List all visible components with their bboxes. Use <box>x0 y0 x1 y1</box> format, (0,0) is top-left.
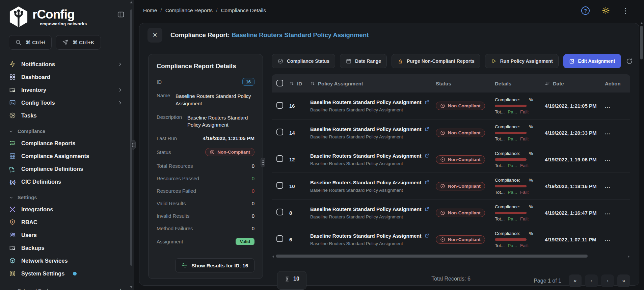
sidebar-resize-handle[interactable] <box>131 140 136 150</box>
sidebar-item-inventory[interactable]: Inventory <box>9 83 123 96</box>
braces-x-icon: {x} <box>9 179 16 185</box>
external-link-icon[interactable] <box>425 100 429 105</box>
details-cell: Compliance:% Tot... Pa... Fail: <box>495 151 545 168</box>
sidebar-item-compliance-reports[interactable]: Compliance Reports <box>9 137 123 150</box>
row-checkbox[interactable] <box>276 182 283 189</box>
sidebar-item-backups[interactable]: Backups <box>9 241 123 254</box>
last-page-button[interactable]: » <box>617 274 630 287</box>
row-actions-button[interactable]: ... <box>605 103 630 109</box>
sidebar-item-rbac[interactable]: RBAC <box>9 216 123 229</box>
theme-toggle-sun-icon[interactable] <box>602 6 610 15</box>
sidebar-collapse-icon[interactable] <box>117 11 125 18</box>
next-page-button[interactable]: › <box>601 274 614 287</box>
table-row: 12 Baseline Routers Standard Policy Assi… <box>272 146 630 173</box>
external-link-icon[interactable] <box>425 127 429 131</box>
close-panel-button[interactable]: ✕ <box>147 28 162 43</box>
details-cell: Compliance:% Tot... Pa... Fail: <box>495 204 545 221</box>
row-actions-button[interactable]: ... <box>605 130 630 136</box>
sidebar-item-integrations[interactable]: Integrations <box>9 203 123 216</box>
app-logo[interactable]: rConfig empowering networks <box>9 6 134 28</box>
policy-assignment-link[interactable]: Baseline Routers Standard Policy Assignm… <box>310 233 422 239</box>
sidebar-item-tasks[interactable]: Tasks <box>9 109 123 122</box>
page-size-selector[interactable]: 10 <box>277 271 306 290</box>
compliance-progress-bar <box>495 238 527 241</box>
external-link-icon[interactable] <box>425 180 429 185</box>
horizontal-scrollbar-thumb[interactable] <box>276 255 588 258</box>
topbar: Home / Compliance Reports / Compliance D… <box>134 0 644 21</box>
header-date[interactable]: Date <box>545 81 605 86</box>
scroll-right-arrow[interactable] <box>628 255 629 258</box>
purge-non-compliant-button[interactable]: Purge Non-Compliant Reports <box>392 54 480 68</box>
header-policy-assignment[interactable]: Policy Assignment <box>310 81 436 86</box>
horizontal-scrollbar[interactable] <box>272 254 630 258</box>
main-vertical-scrollbar[interactable] <box>640 22 643 287</box>
external-link-icon[interactable] <box>425 153 429 158</box>
status-badge: Non-Compliant <box>436 129 485 137</box>
row-checkbox[interactable] <box>276 209 283 215</box>
sidebar-item-config-tools[interactable]: Config Tools <box>9 96 123 109</box>
date-range-filter-button[interactable]: Date Range <box>340 54 387 68</box>
breadcrumb-compliance-reports[interactable]: Compliance Reports <box>165 7 213 14</box>
chevrons-circle-icon <box>9 112 16 119</box>
section-settings[interactable]: Settings <box>9 195 123 200</box>
policy-assignment-subtitle: Baseline Routers Standard Policy Assignm… <box>310 161 436 166</box>
sidebar-item-network-services[interactable]: Network Services <box>9 254 123 267</box>
sidebar-item-cic-definitions[interactable]: {x} CIC Definitions <box>9 175 123 188</box>
compliance-status-filter-button[interactable]: Compliance Status <box>272 54 335 68</box>
sidebar-scrollbar-thumb[interactable] <box>130 9 132 266</box>
row-actions-button[interactable]: ... <box>605 183 630 189</box>
field-resources-passed: Resources Passed 0 <box>157 176 254 181</box>
sidebar-item-users[interactable]: Users <box>9 229 123 241</box>
help-icon[interactable]: ? <box>581 6 590 15</box>
policy-assignment-link[interactable]: Baseline Routers Standard Policy Assignm… <box>310 180 422 185</box>
row-checkbox[interactable] <box>276 235 283 242</box>
header-id[interactable]: ID <box>289 81 310 86</box>
breadcrumb-home[interactable]: Home <box>143 7 157 14</box>
policy-assignment-link[interactable]: Baseline Routers Standard Policy Assignm… <box>310 153 422 159</box>
broom-icon <box>397 58 403 64</box>
row-actions-button[interactable]: ... <box>605 210 630 216</box>
table-footer: 10 Total Records: 6 Page 1 of 1 « ‹ › » <box>272 271 630 290</box>
page-info: Page 1 of 1 <box>534 278 561 284</box>
field-resources-failed: Resources Failed 0 <box>157 188 254 194</box>
previous-page-button[interactable]: ‹ <box>585 274 598 287</box>
add-external-tool-button[interactable]: + <box>118 287 123 290</box>
calendar-icon <box>346 58 352 64</box>
search-shortcut-button[interactable]: ⌘ Ctrl+/ <box>9 35 52 50</box>
refresh-icon[interactable] <box>626 58 634 65</box>
external-link-icon[interactable] <box>425 207 429 211</box>
show-results-button[interactable]: Show Results for ID: 16 <box>175 258 254 272</box>
row-checkbox[interactable] <box>276 102 283 109</box>
policy-assignment-link[interactable]: Baseline Routers Standard Policy Assignm… <box>310 206 422 212</box>
row-actions-button[interactable]: ... <box>605 236 630 242</box>
select-all-checkbox[interactable] <box>276 80 283 86</box>
scroll-down-arrow[interactable] <box>130 286 133 288</box>
header-status[interactable]: Status <box>436 81 495 86</box>
sidebar-item-dashboard[interactable]: Dashboard <box>9 71 123 83</box>
sidebar-item-compliance-definitions[interactable]: Compliance Definitions <box>9 162 123 175</box>
reports-table: ID Policy Assignment Status Details <box>272 74 630 253</box>
sidebar-item-notifications[interactable]: Notifications <box>9 58 123 71</box>
sidebar-item-system-settings[interactable]: System Settings <box>9 267 123 280</box>
vertical-scrollbar-thumb[interactable] <box>640 26 643 59</box>
run-policy-assignment-button[interactable]: Run Policy Assignment <box>485 54 559 68</box>
scroll-up-arrow[interactable] <box>640 22 643 24</box>
card-resize-handle[interactable] <box>261 158 265 167</box>
scroll-left-arrow[interactable] <box>272 255 274 258</box>
row-checkbox[interactable] <box>276 129 283 135</box>
scroll-up-arrow[interactable] <box>130 1 133 3</box>
more-options-icon[interactable]: ⋮ <box>622 7 629 14</box>
edit-assignment-button[interactable]: Edit Assignment <box>563 54 621 68</box>
policy-assignment-link[interactable]: Baseline Routers Standard Policy Assignm… <box>310 126 422 132</box>
row-checkbox[interactable] <box>276 155 283 162</box>
users-icon <box>9 232 16 238</box>
first-page-button[interactable]: « <box>569 274 582 287</box>
command-shortcut-button[interactable]: ⌘ Ctrl+K <box>56 35 101 50</box>
section-compliance[interactable]: Compliance <box>9 129 123 134</box>
section-external-tools[interactable]: External Tools + <box>9 287 123 290</box>
external-link-icon[interactable] <box>425 233 429 238</box>
row-actions-button[interactable]: ... <box>605 156 630 162</box>
policy-assignment-link[interactable]: Baseline Routers Standard Policy Assignm… <box>310 99 422 105</box>
sidebar-item-compliance-assignments[interactable]: Compliance Assignments <box>9 150 123 162</box>
notification-dot <box>73 272 77 275</box>
